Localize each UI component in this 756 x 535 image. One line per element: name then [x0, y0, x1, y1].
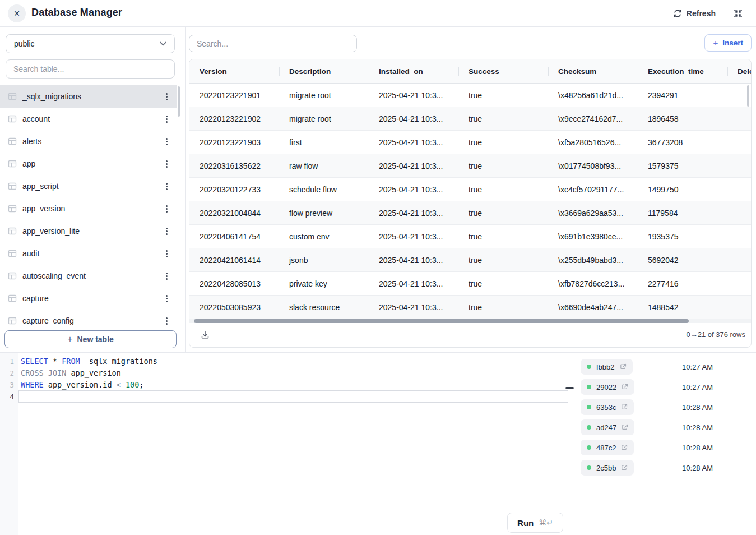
external-link-icon[interactable] [621, 404, 628, 411]
data-grid: VersionDescriptionInstalled_onSuccessChe… [189, 59, 752, 348]
table-icon [8, 249, 17, 258]
cell: true [469, 225, 482, 248]
table-row[interactable]: 20220123221903first2025-04-21 10:3...tru… [189, 131, 751, 154]
table-row[interactable]: 20220503085923slack resource2025-04-21 1… [189, 296, 751, 319]
column-separator [638, 67, 638, 76]
query-id: 487c2 [596, 444, 616, 452]
query-id: fbbb2 [596, 363, 615, 371]
cell: first [289, 131, 302, 154]
table-menu-button[interactable] [161, 91, 171, 102]
collapse-icon[interactable] [733, 8, 743, 19]
query-result-pill[interactable]: fbbb2 [581, 359, 633, 375]
query-result-pill[interactable]: 6353c [581, 399, 634, 415]
cell: 20220123221901 [200, 84, 261, 107]
table-row[interactable]: 20220316135622raw flow2025-04-21 10:3...… [189, 154, 751, 178]
column-header-execution_time: Execution_time [648, 59, 704, 84]
external-link-icon[interactable] [622, 424, 628, 431]
refresh-button[interactable]: Refresh [673, 7, 716, 20]
sidebar-item-_sqlx_migrations[interactable]: _sqlx_migrations [0, 85, 177, 108]
plus-icon: + [713, 38, 718, 48]
external-link-icon[interactable] [622, 384, 628, 390]
table-menu-button[interactable] [161, 181, 171, 191]
table-name: capture [22, 294, 156, 303]
sidebar-item-capture_config[interactable]: capture_config [0, 310, 177, 330]
table-menu-button[interactable] [161, 136, 171, 146]
cell: true [469, 131, 482, 154]
external-link-icon[interactable] [620, 363, 627, 370]
line-number: 2 [0, 367, 18, 379]
code-line: SELECT * FROM _sqlx_migrations [18, 356, 569, 367]
query-result-pill[interactable]: 487c2 [581, 440, 634, 455]
cell: jsonb [289, 248, 308, 272]
column-separator [727, 67, 728, 76]
refresh-label: Refresh [687, 9, 716, 18]
sidebar-item-app_version[interactable]: app_version [0, 197, 177, 220]
column-header-version: Version [200, 59, 227, 84]
cell: 2025-04-21 10:3... [379, 296, 443, 319]
sidebar-scrollbar[interactable] [178, 86, 180, 117]
cell: schedule flow [289, 178, 337, 201]
cell: \xf5a280516526... [558, 131, 621, 154]
table-name: account [22, 114, 156, 123]
table-icon [8, 159, 17, 168]
table-row[interactable]: 20220406141754custom env2025-04-21 10:3.… [189, 225, 751, 248]
table-menu-button[interactable] [161, 293, 171, 303]
table-row[interactable]: 20220320122733schedule flow2025-04-21 10… [189, 178, 751, 201]
insert-button[interactable]: + Insert [704, 34, 752, 52]
table-menu-button[interactable] [161, 159, 171, 169]
sql-editor[interactable]: 1234 SELECT * FROM _sqlx_migrationsCROSS… [0, 353, 569, 535]
table-menu-button[interactable] [161, 114, 171, 124]
sidebar-item-capture[interactable]: capture [0, 287, 177, 310]
cell: 1935375 [648, 225, 679, 248]
sidebar-item-app[interactable]: app [0, 153, 177, 175]
sidebar-item-app_version_lite[interactable]: app_version_lite [0, 220, 177, 242]
table-row[interactable]: 20220428085013private key2025-04-21 10:3… [189, 272, 751, 296]
cell: 20220123221902 [200, 107, 261, 131]
table-menu-button[interactable] [161, 316, 171, 326]
status-dot [587, 465, 591, 470]
status-dot [587, 425, 591, 430]
table-menu-button[interactable] [161, 204, 171, 214]
sidebar: public _sqlx_migrationsaccountalertsappa… [0, 27, 186, 352]
cell: 1579375 [648, 154, 679, 178]
table-row[interactable]: 20220123221902migrate root2025-04-21 10:… [189, 107, 751, 131]
cell: flow preview [289, 201, 332, 225]
new-table-button[interactable]: + New table [4, 330, 177, 348]
sidebar-item-app_script[interactable]: app_script [0, 175, 177, 197]
sidebar-item-audit[interactable]: audit [0, 242, 177, 265]
cell: 20220406141754 [200, 225, 261, 248]
grid-vertical-scroll-thumb[interactable] [747, 85, 749, 107]
table-icon [8, 271, 17, 280]
query-result-pill[interactable]: 2c5bb [581, 460, 634, 476]
bottom-panel: 1234 SELECT * FROM _sqlx_migrationsCROSS… [0, 352, 756, 535]
download-button[interactable] [200, 329, 211, 340]
query-result-pill[interactable]: ad247 [581, 419, 634, 435]
column-separator [369, 67, 369, 76]
table-row[interactable]: 20220321004844flow preview2025-04-21 10:… [189, 201, 751, 225]
cell: 2025-04-21 10:3... [379, 201, 443, 225]
table-row[interactable]: 20220123221901migrate root2025-04-21 10:… [189, 84, 751, 107]
external-link-icon[interactable] [621, 444, 628, 451]
table-menu-button[interactable] [161, 271, 171, 281]
query-result-pill[interactable]: 29022 [581, 379, 634, 395]
table-search-input[interactable] [6, 59, 175, 79]
schema-select[interactable]: public [6, 34, 175, 53]
sidebar-item-alerts[interactable]: alerts [0, 130, 177, 153]
close-button[interactable]: ✕ [8, 4, 26, 22]
table-menu-button[interactable] [161, 226, 171, 236]
run-button[interactable]: Run ⌘↵ [507, 513, 563, 533]
cell: true [469, 296, 482, 319]
sidebar-item-account[interactable]: account [0, 108, 177, 130]
cell: raw flow [289, 154, 318, 178]
table-menu-button[interactable] [161, 248, 171, 259]
editor-code[interactable]: SELECT * FROM _sqlx_migrationsCROSS JOIN… [18, 356, 569, 403]
column-header-checksum: Checksum [558, 59, 596, 84]
external-link-icon[interactable] [621, 464, 628, 471]
query-timestamp: 10:28 AM [682, 464, 713, 472]
sidebar-item-autoscaling_event[interactable]: autoscaling_event [0, 265, 177, 287]
code-line: CROSS JOIN app_version [18, 367, 569, 379]
cell: 2025-04-21 10:3... [379, 107, 443, 131]
grid-search-input[interactable] [189, 35, 357, 52]
table-row[interactable]: 20220421061414jsonb2025-04-21 10:3...tru… [189, 248, 751, 272]
code-line: WHERE app_version.id < 100; [18, 379, 569, 391]
